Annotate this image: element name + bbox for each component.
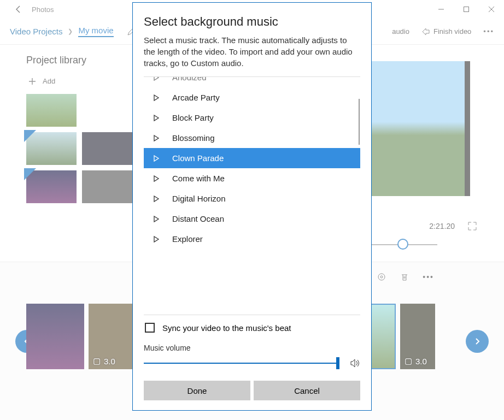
done-button[interactable]: Done	[144, 381, 250, 400]
track-item[interactable]: Explorer	[144, 229, 360, 249]
play-icon[interactable]	[153, 215, 160, 223]
dialog-title: Select background music	[144, 15, 360, 29]
track-item[interactable]: Clown Parade	[144, 148, 360, 168]
sync-checkbox[interactable]	[145, 323, 155, 333]
track-item[interactable]: Arcade Party	[144, 87, 360, 108]
track-item[interactable]: Come with Me	[144, 168, 360, 188]
play-icon[interactable]	[153, 235, 160, 243]
dialog-description: Select a music track. The music automati…	[144, 34, 360, 69]
play-icon[interactable]	[153, 76, 160, 81]
track-label: Arcade Party	[172, 93, 220, 102]
background-music-dialog: Select background music Select a music t…	[132, 2, 372, 411]
track-item[interactable]: Block Party	[144, 108, 360, 128]
track-scrollbar[interactable]	[359, 99, 360, 145]
play-icon[interactable]	[153, 114, 160, 122]
volume-slider[interactable]	[144, 363, 339, 364]
play-icon[interactable]	[153, 134, 160, 142]
track-item[interactable]: Blossoming	[144, 128, 360, 148]
track-label: Digital Horizon	[172, 194, 226, 203]
track-label: Anodized	[172, 76, 207, 82]
volume-label: Music volume	[144, 344, 360, 352]
play-icon[interactable]	[153, 94, 160, 102]
track-label: Clown Parade	[172, 153, 224, 163]
track-label: Explorer	[172, 234, 203, 244]
track-label: Distant Ocean	[172, 214, 224, 223]
volume-icon[interactable]	[349, 358, 360, 369]
play-icon[interactable]	[153, 155, 160, 162]
play-icon[interactable]	[153, 195, 160, 203]
track-label: Block Party	[172, 113, 214, 122]
track-label: Blossoming	[172, 133, 215, 143]
track-item[interactable]: Digital Horizon	[144, 188, 360, 209]
track-item[interactable]: Anodized	[144, 76, 360, 87]
track-item[interactable]: Distant Ocean	[144, 209, 360, 229]
track-list[interactable]: AnodizedArcade PartyBlock PartyBlossomin…	[144, 76, 360, 315]
cancel-button[interactable]: Cancel	[254, 381, 360, 400]
sync-label: Sync your video to the music's beat	[162, 323, 291, 333]
track-label: Come with Me	[172, 174, 225, 183]
play-icon[interactable]	[153, 175, 160, 182]
